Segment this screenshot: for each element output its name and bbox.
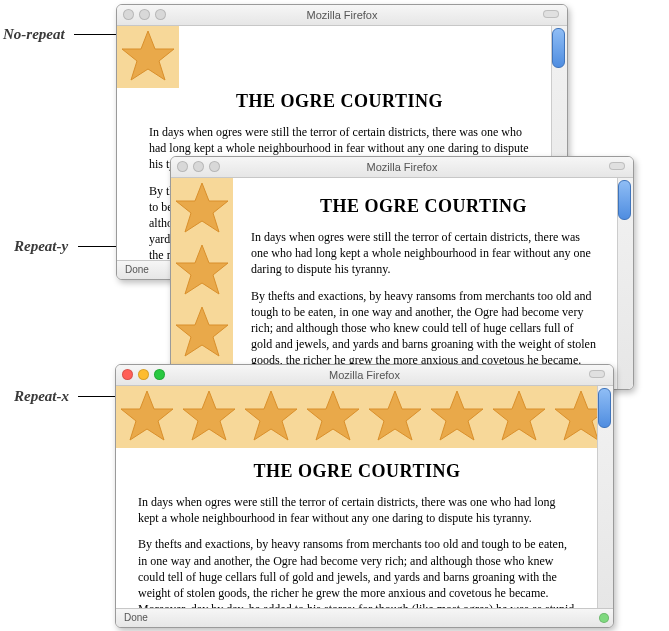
star-icon xyxy=(116,386,178,448)
traffic-light-close[interactable] xyxy=(122,369,133,380)
status-dot-icon xyxy=(599,613,609,623)
scrollbar-thumb[interactable] xyxy=(618,180,631,220)
status-text: Done xyxy=(124,612,148,623)
star-icon xyxy=(171,240,233,302)
star-icon xyxy=(240,386,302,448)
titlebar-pill-icon[interactable] xyxy=(543,10,559,18)
star-icon xyxy=(302,386,364,448)
titlebar-pill-icon[interactable] xyxy=(589,370,605,378)
star-icon xyxy=(488,386,550,448)
traffic-light-min[interactable] xyxy=(139,9,150,20)
scrollbar-thumb[interactable] xyxy=(552,28,565,68)
document-paragraph: In days when ogres were still the terror… xyxy=(251,229,596,278)
star-icon xyxy=(117,26,179,88)
traffic-light-close[interactable] xyxy=(177,161,188,172)
scrollbar-track[interactable] xyxy=(597,386,613,610)
star-icon xyxy=(171,178,233,240)
bg-star-repeaty xyxy=(171,178,233,390)
document-heading: THE OGRE COURTING xyxy=(138,461,576,482)
bg-star-repeatx xyxy=(116,386,598,448)
document-heading: THE OGRE COURTING xyxy=(149,91,530,112)
star-icon xyxy=(171,302,233,364)
traffic-light-zoom[interactable] xyxy=(154,369,165,380)
window-title: Mozilla Firefox xyxy=(307,9,378,21)
traffic-light-min[interactable] xyxy=(138,369,149,380)
traffic-light-zoom[interactable] xyxy=(155,9,166,20)
document-paragraph: In days when ogres were still the terror… xyxy=(138,494,576,526)
page-viewport: THE OGRE COURTING In days when ogres wer… xyxy=(116,386,613,610)
document-body: THE OGRE COURTING In days when ogres wer… xyxy=(171,178,618,390)
traffic-light-min[interactable] xyxy=(193,161,204,172)
page-viewport: THE OGRE COURTING In days when ogres wer… xyxy=(171,178,633,390)
star-icon xyxy=(178,386,240,448)
window-titlebar[interactable]: Mozilla Firefox xyxy=(117,5,567,26)
window-title: Mozilla Firefox xyxy=(329,369,400,381)
star-icon xyxy=(364,386,426,448)
scrollbar-thumb[interactable] xyxy=(598,388,611,428)
titlebar-pill-icon[interactable] xyxy=(609,162,625,170)
label-repeat-y: Repeat-y xyxy=(14,238,68,255)
label-repeat-x: Repeat-x xyxy=(14,388,69,405)
document-paragraph: By thefts and exactions, by heavy ransom… xyxy=(138,536,576,610)
status-bar: Done xyxy=(116,608,613,627)
label-no-repeat: No-repeat xyxy=(3,26,65,43)
status-text: Done xyxy=(125,264,149,275)
traffic-light-zoom[interactable] xyxy=(209,161,220,172)
window-title: Mozilla Firefox xyxy=(367,161,438,173)
window-titlebar[interactable]: Mozilla Firefox xyxy=(171,157,633,178)
browser-window-repeaty: Mozilla Firefox THE OGRE COURTING In day… xyxy=(170,156,634,390)
scrollbar-track[interactable] xyxy=(617,178,633,390)
traffic-light-close[interactable] xyxy=(123,9,134,20)
star-icon xyxy=(550,386,598,448)
browser-window-repeatx: Mozilla Firefox xyxy=(115,364,614,628)
bg-star-norepeat xyxy=(117,26,179,88)
document-heading: THE OGRE COURTING xyxy=(251,196,596,217)
star-icon xyxy=(426,386,488,448)
window-titlebar[interactable]: Mozilla Firefox xyxy=(116,365,613,386)
figure-stage: No-repeat Repeat-y Repeat-x Mozilla Fire… xyxy=(0,0,669,631)
